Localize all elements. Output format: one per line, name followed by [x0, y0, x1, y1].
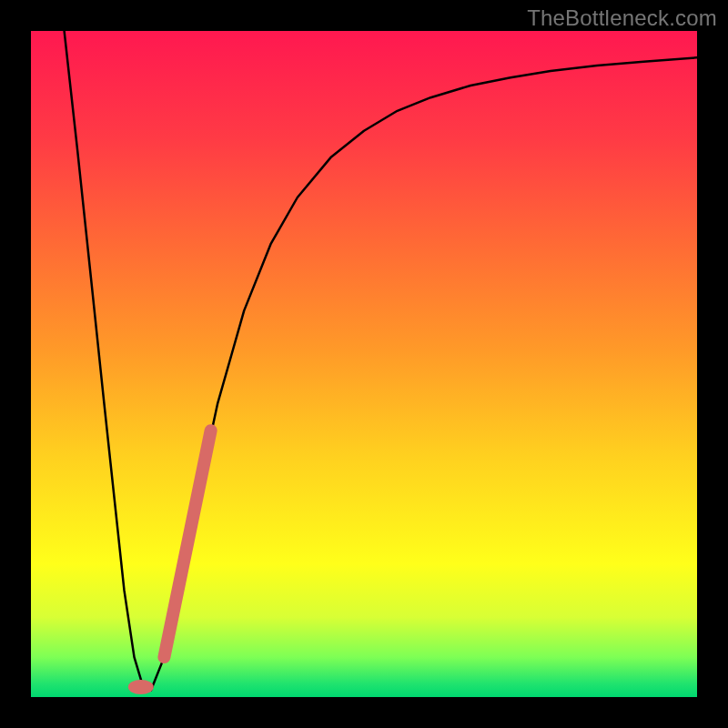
chart-svg — [31, 31, 697, 697]
highlighted-range — [164, 430, 210, 657]
bottleneck-curve — [65, 31, 697, 691]
chart-frame: TheBottleneck.com — [0, 0, 728, 728]
watermark-text: TheBottleneck.com — [527, 5, 717, 31]
plot-area — [31, 31, 697, 697]
min-marker — [128, 680, 154, 694]
